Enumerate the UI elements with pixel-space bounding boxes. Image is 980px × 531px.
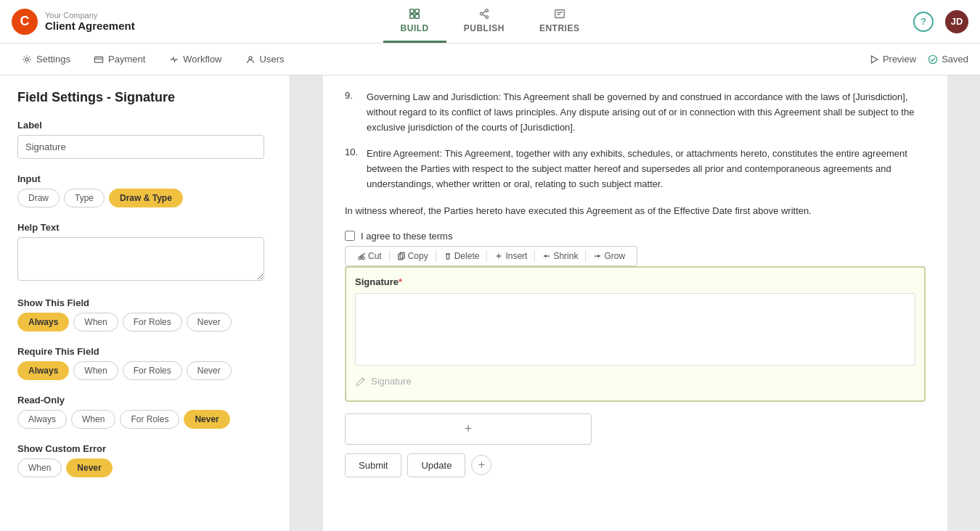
logo-text: Your Company Client Agreement [45,11,135,32]
custom-error-buttons: When Never [17,458,272,477]
avatar-initials: JD [951,16,963,27]
svg-point-4 [480,12,483,15]
svg-point-15 [248,56,251,59]
subnav-workflow-label: Workflow [183,54,221,65]
show-never-btn[interactable]: Never [187,313,232,332]
toolbar-delete-btn[interactable]: Delete [438,249,486,263]
preview-button[interactable]: Preview [869,54,916,65]
add-field-button[interactable]: + [345,413,592,445]
saved-button[interactable]: Saved [928,54,968,65]
svg-point-17 [929,55,937,63]
left-panel: Field Settings - Signature Label Input D… [0,75,290,531]
checkbox-row: I agree to these terms [345,231,926,242]
svg-rect-1 [415,9,419,12]
input-draw-type-btn[interactable]: Draw & Type [109,189,183,207]
readonly-field-label: Read-Only [17,395,272,406]
agree-checkbox[interactable] [345,231,355,241]
delete-icon [444,252,452,260]
input-draw-btn[interactable]: Draw [17,189,60,207]
update-button[interactable]: Update [407,453,465,477]
field-toolbar: Cut Copy Delete [345,246,637,266]
submit-button[interactable]: Submit [345,453,401,477]
readonly-when-btn[interactable]: When [71,410,115,429]
tab-publish-label: PUBLISH [464,23,505,33]
input-field-group: Input Draw Type Draw & Type [17,173,272,207]
toolbar-sep-3 [486,250,487,262]
svg-point-5 [486,9,489,12]
svg-line-8 [483,14,486,16]
readonly-field-group: Read-Only Always When For Roles Never [17,395,272,429]
svg-marker-16 [871,56,877,63]
subnav-payment[interactable]: Payment [83,44,155,75]
signature-block: Signature* Signature [345,266,926,402]
toolbar-grow-btn[interactable]: Grow [587,249,631,263]
svg-point-18 [359,257,362,260]
toolbar-sep-5 [585,250,586,262]
grow-label: Grow [604,251,625,261]
show-for-roles-btn[interactable]: For Roles [123,313,182,332]
entries-icon [553,7,566,20]
agreement-item-10: 10. Entire Agreement: This Agreement, to… [345,147,926,192]
custom-error-never-btn[interactable]: Never [66,458,112,477]
avatar[interactable]: JD [945,10,968,33]
form-content: 9. Governing Law and Jurisdiction: This … [323,75,947,506]
subnav-users[interactable]: Users [235,44,295,75]
cut-icon [357,252,366,260]
svg-rect-9 [555,9,564,17]
show-field-group: Show This Field Always When For Roles Ne… [17,297,272,332]
company-name: Your Company [45,11,135,20]
agree-label: I agree to these terms [361,231,452,242]
require-field-label: Require This Field [17,346,272,357]
custom-error-label: Show Custom Error [17,443,272,454]
item-10-num: 10. [345,147,362,192]
signature-block-label: Signature* [355,276,915,287]
toolbar-copy-btn[interactable]: Copy [391,249,434,263]
signature-label-text: Signature [355,276,399,287]
require-field-buttons: Always When For Roles Never [17,361,272,380]
add-field-row: + [345,413,926,445]
agreement-item-9: 9. Governing Law and Jurisdiction: This … [345,90,926,135]
require-for-roles-btn[interactable]: For Roles [123,361,182,380]
show-field-buttons: Always When For Roles Never [17,313,272,332]
show-always-btn[interactable]: Always [17,313,69,332]
show-when-btn[interactable]: When [73,313,118,332]
label-field-label: Label [17,120,272,131]
add-action-button[interactable]: + [471,455,491,475]
logo-icon: C [12,9,38,35]
toolbar-cut-btn[interactable]: Cut [351,249,388,263]
readonly-for-roles-btn[interactable]: For Roles [120,410,179,429]
item-9-num: 9. [345,90,362,135]
require-never-btn[interactable]: Never [187,361,232,380]
subnav-workflow[interactable]: Workflow [158,44,232,75]
signature-draw-area[interactable] [355,293,915,366]
require-when-btn[interactable]: When [73,361,118,380]
custom-error-when-btn[interactable]: When [17,458,62,477]
toolbar-insert-btn[interactable]: Insert [489,249,533,263]
help-button[interactable]: ? [913,12,934,32]
svg-point-19 [362,257,365,260]
add-field-plus: + [465,421,473,437]
custom-error-group: Show Custom Error When Never [17,443,272,477]
readonly-always-btn[interactable]: Always [17,410,67,429]
tab-publish[interactable]: PUBLISH [446,0,522,43]
panel-title: Field Settings - Signature [17,90,272,105]
toolbar-shrink-btn[interactable]: Shrink [536,249,584,263]
input-type-btn[interactable]: Type [64,189,105,207]
shrink-label: Shrink [553,251,578,261]
nav-right: ? JD [823,10,968,33]
item-9-text: Governing Law and Jurisdiction: This Agr… [367,90,926,135]
cut-label: Cut [368,251,382,261]
help-text-input[interactable] [17,237,264,281]
top-nav: C Your Company Client Agreement BUILD PU… [0,0,980,44]
tab-build[interactable]: BUILD [383,0,446,43]
users-icon [245,54,256,65]
label-input[interactable] [17,135,264,159]
require-always-btn[interactable]: Always [17,361,69,380]
sub-nav: Settings Payment Workflow Users Previe [0,44,980,75]
subnav-settings[interactable]: Settings [12,44,81,75]
tab-build-label: BUILD [401,23,429,33]
build-icon [408,7,421,20]
readonly-never-btn[interactable]: Never [184,410,229,429]
tab-entries[interactable]: ENTRIES [522,0,597,43]
input-field-label: Input [17,173,272,184]
